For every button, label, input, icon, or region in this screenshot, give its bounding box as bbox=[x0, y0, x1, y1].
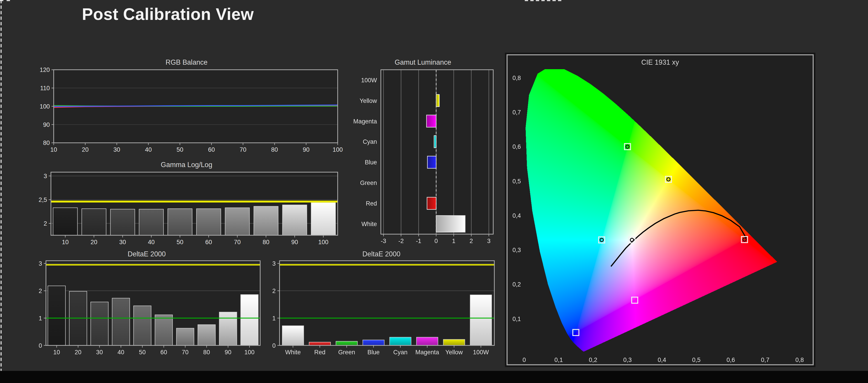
svg-text:100W: 100W bbox=[473, 349, 489, 356]
svg-text:80: 80 bbox=[271, 146, 278, 153]
bar bbox=[48, 286, 66, 345]
svg-text:0,8: 0,8 bbox=[796, 356, 804, 363]
svg-text:0,2: 0,2 bbox=[589, 356, 597, 363]
bar bbox=[198, 325, 215, 346]
svg-text:100W: 100W bbox=[361, 77, 377, 84]
svg-text:1: 1 bbox=[272, 315, 276, 322]
bar bbox=[336, 342, 358, 346]
bar bbox=[91, 302, 108, 346]
bar bbox=[254, 206, 278, 235]
gamut-marker-magenta bbox=[632, 297, 638, 303]
svg-text:70: 70 bbox=[234, 239, 241, 246]
svg-text:Magenta: Magenta bbox=[415, 349, 439, 356]
bar bbox=[155, 315, 173, 345]
svg-text:Red: Red bbox=[366, 200, 377, 207]
gamut-marker-blue bbox=[573, 329, 579, 336]
gamma-plot: 10203040506070809010022,53 bbox=[33, 170, 340, 251]
deltae-colors-panel: DeltaE 2000 WhiteRedGreenBlueCyanMagenta… bbox=[261, 250, 502, 360]
deltae-colors-title: DeltaE 2000 bbox=[261, 250, 502, 258]
svg-text:80: 80 bbox=[262, 239, 269, 246]
screenshot-viewport: Post Calibration View RGB Balance 102030… bbox=[0, 0, 868, 383]
svg-text:0,6: 0,6 bbox=[513, 143, 521, 150]
gamut-luminance-plot: 100WYellowMagentaCyanBlueGreenRedWhite-3… bbox=[350, 68, 496, 250]
svg-text:40: 40 bbox=[148, 239, 155, 246]
cie-overlay-svg: 00,10,20,30,40,50,60,70,80,10,20,30,40,5… bbox=[507, 55, 813, 364]
line-chart-svg: 1020304050607080901008090100110120 bbox=[33, 68, 340, 159]
gamut-marker-dot-cyan bbox=[600, 238, 603, 242]
svg-text:Yellow: Yellow bbox=[445, 349, 463, 356]
svg-text:Green: Green bbox=[338, 349, 355, 356]
svg-text:0: 0 bbox=[435, 237, 438, 245]
bar bbox=[219, 312, 237, 345]
rgb-balance-plot: 1020304050607080901008090100110120 bbox=[33, 68, 340, 159]
svg-text:100: 100 bbox=[333, 146, 343, 153]
svg-text:120: 120 bbox=[39, 66, 50, 73]
svg-text:90: 90 bbox=[291, 239, 298, 246]
svg-text:0,3: 0,3 bbox=[623, 356, 632, 363]
svg-text:80: 80 bbox=[43, 139, 50, 146]
bottom-bar bbox=[0, 371, 868, 383]
svg-text:Cyan: Cyan bbox=[363, 138, 377, 145]
svg-text:60: 60 bbox=[205, 239, 212, 246]
gamut-luminance-title: Gamut Luminance bbox=[350, 59, 496, 66]
svg-text:60: 60 bbox=[208, 146, 215, 153]
svg-text:0: 0 bbox=[272, 342, 276, 349]
svg-text:3: 3 bbox=[39, 260, 42, 267]
svg-text:100: 100 bbox=[39, 103, 50, 110]
bar bbox=[134, 306, 151, 346]
bar bbox=[241, 295, 258, 346]
bar-yellow bbox=[436, 95, 439, 107]
bar bbox=[363, 340, 384, 346]
svg-text:2: 2 bbox=[39, 288, 42, 294]
gamut-marker-red bbox=[741, 236, 747, 243]
bar bbox=[112, 298, 130, 346]
bar bbox=[53, 208, 78, 235]
selection-marquee-corner bbox=[0, 0, 10, 1]
bar bbox=[82, 209, 106, 235]
svg-text:White: White bbox=[285, 349, 301, 356]
svg-text:30: 30 bbox=[96, 349, 103, 356]
svg-text:Cyan: Cyan bbox=[393, 349, 407, 356]
svg-text:Blue: Blue bbox=[367, 349, 380, 356]
svg-text:60: 60 bbox=[160, 349, 167, 356]
gamma-title: Gamma Log/Log bbox=[33, 161, 340, 169]
svg-text:3: 3 bbox=[44, 173, 47, 180]
svg-text:50: 50 bbox=[177, 146, 183, 153]
svg-text:3: 3 bbox=[487, 237, 491, 245]
svg-text:100: 100 bbox=[318, 239, 329, 246]
gamut-marker-green bbox=[624, 143, 630, 150]
gamut-marker-yellow bbox=[665, 177, 672, 183]
gamut-marker-cyan bbox=[599, 237, 605, 243]
bar bbox=[225, 208, 250, 235]
svg-text:-1: -1 bbox=[416, 237, 421, 245]
bar-chart-svg: 1020304050607080901000123 bbox=[29, 259, 265, 360]
rgb-balance-title: RGB Balance bbox=[33, 59, 340, 66]
gamut-marker-dot-red bbox=[743, 238, 746, 241]
svg-text:100: 100 bbox=[244, 349, 255, 356]
gamut-luminance-panel: Gamut Luminance 100WYellowMagentaCyanBlu… bbox=[350, 59, 496, 250]
svg-text:20: 20 bbox=[82, 146, 89, 153]
bar-blue bbox=[427, 156, 436, 168]
bar-red bbox=[427, 197, 436, 210]
cie-plot: 00,10,20,30,40,50,60,70,80,10,20,30,40,5… bbox=[507, 55, 813, 364]
bar bbox=[110, 209, 135, 235]
svg-text:0,8: 0,8 bbox=[513, 74, 521, 82]
page-title: Post Calibration View bbox=[82, 5, 254, 24]
bar bbox=[168, 209, 192, 235]
hbar-chart-svg: 100WYellowMagentaCyanBlueGreenRedWhite-3… bbox=[350, 68, 496, 250]
bar bbox=[282, 205, 307, 235]
deltae-colors-plot: WhiteRedGreenBlueCyanMagentaYellow100W01… bbox=[261, 259, 502, 360]
deltae-grayscale-plot: 1020304050607080901000123 bbox=[29, 259, 265, 360]
svg-text:-3: -3 bbox=[381, 237, 386, 245]
deltae-grayscale-title: DeltaE 2000 bbox=[29, 250, 265, 258]
svg-text:40: 40 bbox=[118, 349, 124, 356]
svg-text:0,1: 0,1 bbox=[513, 316, 521, 322]
svg-text:90: 90 bbox=[225, 349, 231, 356]
svg-text:0,7: 0,7 bbox=[761, 356, 769, 363]
svg-text:0,3: 0,3 bbox=[513, 247, 521, 253]
calibration-screen: Post Calibration View RGB Balance 102030… bbox=[0, 0, 868, 383]
bar bbox=[309, 342, 331, 346]
svg-text:Green: Green bbox=[360, 180, 377, 186]
rgb-balance-panel: RGB Balance 1020304050607080901008090100… bbox=[33, 59, 340, 159]
svg-text:2,5: 2,5 bbox=[39, 196, 47, 203]
